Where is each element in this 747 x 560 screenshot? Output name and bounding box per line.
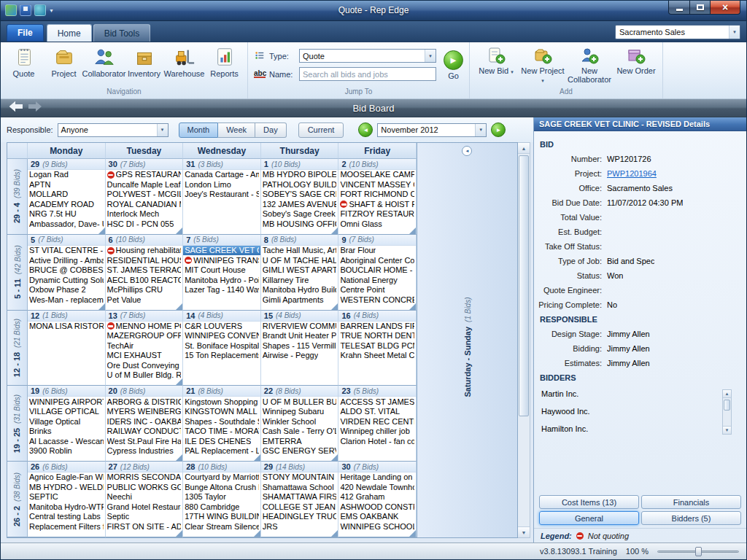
bid-item[interactable]: POLYWEST - MCGILLIVRAY: [106, 190, 183, 200]
zoom-slider-thumb[interactable]: [695, 547, 702, 556]
minimize-button[interactable]: [668, 1, 689, 15]
calendar-day-cell[interactable]: 9(7 Bids)Brar FlourAboriginal Center Coi…: [338, 235, 417, 311]
bid-item[interactable]: Housing rehabilitation: [106, 246, 183, 256]
bid-item[interactable]: HSC DI - PCN 055: [106, 219, 183, 230]
bid-item[interactable]: EMS OAKBANK: [338, 512, 416, 522]
bid-item[interactable]: ACCESS ST JAMES TENANT I: [338, 397, 416, 407]
bid-item[interactable]: ASHWOOD CONSTRUCTION: [338, 502, 416, 513]
bid-item[interactable]: 15 Ton Replacements: [183, 351, 260, 361]
bid-item[interactable]: ST VITAL CENTRE - NEW STC: [28, 246, 105, 256]
bid-item[interactable]: Krahn Sheet Metal Coil: [338, 351, 416, 361]
bid-item[interactable]: PAL Replacement - Lowe: [183, 446, 260, 456]
calendar-day-cell[interactable]: 26(6 Bids)Agnico Eagle-Fan WheelMB HYDRO…: [28, 462, 106, 537]
bid-item[interactable]: SAGE CREEK VET CLINIC - R: [183, 246, 260, 256]
bid-item[interactable]: MAZERGROUP OFFICE BUIL: [106, 331, 183, 341]
bid-item[interactable]: Grand Hotel Restaurant: [106, 502, 183, 513]
bid-item[interactable]: Killarney Tire: [261, 275, 338, 285]
bid-item[interactable]: Dynamic Cutting Solutions: [28, 275, 105, 285]
bid-item[interactable]: MB HOUSING OFFICE RE: [261, 219, 338, 230]
bid-item[interactable]: Central testing Labs: [28, 512, 105, 522]
bid-item[interactable]: Manitoba Hydro Building: [261, 285, 338, 295]
bid-item[interactable]: APTN: [28, 180, 105, 190]
scrollbar-thumb[interactable]: [519, 155, 529, 416]
bid-item[interactable]: WINNIPEG CONVENTION CE: [183, 331, 260, 341]
detail-tab-bidders-5-[interactable]: Bidders (5): [641, 511, 741, 525]
bid-item[interactable]: JRS: [261, 522, 338, 532]
bid-item[interactable]: 3900 Roblin: [28, 446, 105, 456]
bid-item[interactable]: Brar Flour: [338, 246, 416, 256]
new-bid-button[interactable]: New Bid ▾: [473, 44, 519, 88]
bid-item[interactable]: GIMLI WEST APARTMENTS: [261, 265, 338, 276]
more-indicator[interactable]: [331, 454, 338, 461]
bid-item[interactable]: RESIDENTIAL HOUSING UNI: [106, 255, 183, 265]
calendar-scrollbar[interactable]: ▲ ▼: [518, 142, 530, 538]
bid-item[interactable]: GSC ENERGY SERVICES: [261, 446, 338, 456]
quick-access-caret-icon[interactable]: ▼: [49, 8, 54, 13]
bid-item[interactable]: Replacement Filters for Air R: [28, 522, 105, 532]
weekend-strip[interactable]: ◄ Saturday - Sunday (1 Bids): [417, 142, 518, 538]
view-week-button[interactable]: Week: [218, 122, 255, 138]
bid-item[interactable]: Clear Stream Silencer: [183, 522, 260, 532]
bid-item[interactable]: PUBLIC WORKS GOVERNM: [106, 483, 183, 493]
calendar-day-cell[interactable]: 7(5 Bids)SAGE CREEK VET CLINIC - RWINNIP…: [183, 235, 261, 311]
new-order-button[interactable]: New Order: [613, 44, 659, 88]
bid-item[interactable]: ARBORG & DISTRICT HEALT: [106, 397, 183, 407]
calendar-day-cell[interactable]: 30(7 Bids)Heritage Landing on Assinib420…: [338, 462, 417, 537]
bidders-scrollbar[interactable]: ▲ ▼: [722, 389, 732, 435]
type-combobox[interactable]: Quote ▼: [299, 49, 436, 63]
quote-button[interactable]: Quote: [4, 44, 44, 88]
scrollbar-track[interactable]: [518, 154, 530, 526]
bid-item[interactable]: Canada Cartage - Ambassad: [183, 170, 260, 180]
current-button[interactable]: Current: [298, 122, 344, 138]
chevron-down-icon[interactable]: ▼: [157, 124, 168, 136]
more-indicator[interactable]: [98, 228, 105, 234]
more-indicator[interactable]: [331, 530, 338, 537]
tab-bid-tools[interactable]: Bid Tools: [93, 24, 150, 42]
more-indicator[interactable]: [409, 303, 416, 310]
calendar-day-cell[interactable]: 15(4 Bids)RIVERVIEW COMMUNITY CEBrandt U…: [261, 311, 339, 386]
chevron-down-icon[interactable]: ▼: [425, 50, 436, 62]
calendar-day-cell[interactable]: 31(3 Bids)Canada Cartage - AmbassadLondo…: [183, 159, 261, 235]
bid-item[interactable]: SOBEY'S SAGE CREEK: [261, 190, 338, 200]
bid-item[interactable]: Cash Sale - Terry O'Leary: [261, 427, 338, 437]
calendar-day-cell[interactable]: 28(10 Bids)Courtyard by Marriott - HoteB…: [183, 462, 261, 537]
refresh-icon[interactable]: [34, 4, 46, 16]
bid-item[interactable]: Wes-Man - replacement: [28, 295, 105, 305]
next-month-button[interactable]: ►: [491, 122, 506, 137]
calendar-day-cell[interactable]: 2(10 Bids)MOOSELAKE CAMPGROUNVINCENT MAS…: [338, 159, 417, 235]
bid-item[interactable]: BOUCLAIR HOME - SEASON: [338, 265, 416, 276]
bid-item[interactable]: GPS RESTAURANT AND B: [106, 170, 183, 180]
more-indicator[interactable]: [254, 454, 260, 461]
bid-item[interactable]: Tache Hall Music, Art & Thea: [261, 246, 338, 256]
bid-item[interactable]: Logan Rad: [28, 170, 105, 180]
view-day-button[interactable]: Day: [255, 122, 287, 138]
office-selector[interactable]: Sacramento Sales ▼: [615, 25, 740, 39]
bid-item[interactable]: Airwise - Peggy: [261, 351, 338, 361]
bid-item[interactable]: U OF M BULLER BUILDING: [261, 397, 338, 407]
bid-item[interactable]: TechAir: [106, 341, 183, 351]
view-month-button[interactable]: Month: [179, 122, 219, 138]
bid-item[interactable]: SEPTIC: [28, 492, 105, 502]
calendar-day-cell[interactable]: 16(4 Bids)BARREN LANDS FIRST NATIOTRUE N…: [338, 311, 417, 386]
bid-item[interactable]: McPhillips CRU: [106, 285, 183, 295]
bid-item[interactable]: BARREN LANDS FIRST NATIO: [338, 322, 416, 332]
bid-item[interactable]: St. Boniface Hospital - 25HP: [183, 341, 260, 351]
bid-item[interactable]: MENNO HOME PCH KITC: [106, 322, 183, 332]
tab-home[interactable]: Home: [47, 24, 92, 42]
bid-item[interactable]: Lazer Tag - 1140 Waverley: [183, 285, 260, 295]
more-indicator[interactable]: [176, 378, 182, 385]
calendar-day-cell[interactable]: 6(10 Bids)Housing rehabilitationRESIDENT…: [106, 235, 184, 311]
bid-item[interactable]: Winnipeg chiller job: [338, 427, 416, 437]
bid-item[interactable]: U of M Buller Bldg. RM. 4: [106, 370, 183, 381]
bid-item[interactable]: Brinks: [28, 427, 105, 437]
go-button[interactable]: ► Go: [444, 50, 463, 80]
bidder-item[interactable]: Martin Inc.: [538, 388, 740, 400]
bid-item[interactable]: Neechi: [106, 492, 183, 502]
more-indicator[interactable]: [331, 228, 338, 234]
calendar-day-cell[interactable]: 19(6 Bids)WINNIPEG AIRPORTVILLAGE OPTICA…: [28, 386, 106, 462]
responsible-combobox[interactable]: Anyone ▼: [58, 123, 169, 137]
bid-item[interactable]: VIRDEN REC CENTER: [338, 416, 416, 427]
previous-month-button[interactable]: ◄: [358, 122, 373, 137]
bid-item[interactable]: BRUCE @ COBBES NOV 5: [28, 265, 105, 276]
bid-item[interactable]: Centre Point: [338, 285, 416, 295]
